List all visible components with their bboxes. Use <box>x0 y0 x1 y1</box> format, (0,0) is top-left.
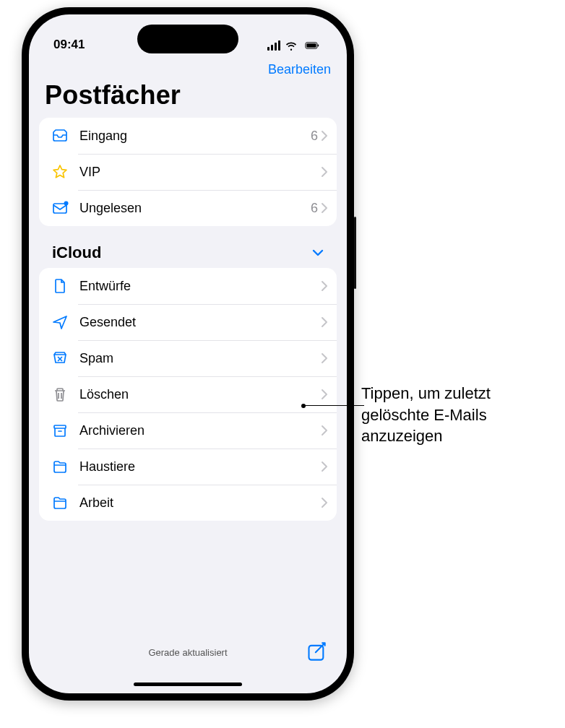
folder-icon <box>49 456 71 477</box>
section-header-icloud[interactable]: iCloud <box>39 226 337 268</box>
callout: Tippen, um zuletzt gelöschte E-Mails anz… <box>361 383 549 447</box>
folder-row-sent[interactable]: Gesendet <box>39 304 337 340</box>
row-label: Ungelesen <box>79 201 311 216</box>
mailbox-row-vip[interactable]: VIP <box>39 154 337 190</box>
sync-status: Gerade aktualisiert <box>148 647 227 658</box>
icloud-folder-list: Entwürfe Gesendet Spam <box>39 268 337 521</box>
row-label: Haustiere <box>79 459 321 474</box>
row-label: Eingang <box>79 129 311 144</box>
chevron-right-icon <box>321 461 328 472</box>
row-count: 6 <box>311 201 318 216</box>
row-label: VIP <box>79 165 318 180</box>
folder-icon <box>49 492 71 514</box>
spam-icon <box>49 347 71 369</box>
chevron-right-icon <box>321 280 328 292</box>
folder-row-drafts[interactable]: Entwürfe <box>39 268 337 304</box>
inbox-icon <box>49 125 71 147</box>
archive-icon <box>49 420 71 441</box>
page-title: Postfächer <box>29 77 347 118</box>
unread-icon <box>49 197 71 219</box>
folder-row-spam[interactable]: Spam <box>39 340 337 376</box>
chevron-right-icon <box>321 130 328 142</box>
star-icon <box>49 161 71 183</box>
folder-row-work[interactable]: Arbeit <box>39 485 337 521</box>
draft-icon <box>49 275 71 297</box>
dynamic-island <box>137 25 238 53</box>
mailbox-row-inbox[interactable]: Eingang 6 <box>39 118 337 154</box>
cellular-signal-icon <box>267 40 280 51</box>
callout-leader-line <box>303 405 364 406</box>
folder-row-pets[interactable]: Haustiere <box>39 448 337 485</box>
row-label: Spam <box>79 351 321 366</box>
edit-button[interactable]: Bearbeiten <box>268 62 331 77</box>
chevron-right-icon <box>321 202 328 214</box>
screen: 09:41 Bearbeiten Postfächer Eingang 6 <box>29 14 347 693</box>
chevron-down-icon[interactable] <box>312 248 324 257</box>
favorites-list: Eingang 6 VIP Ungelesen 6 <box>39 118 337 226</box>
nav-bar: Bearbeiten <box>29 56 347 77</box>
compose-button[interactable] <box>306 641 327 662</box>
row-label: Arbeit <box>79 495 321 511</box>
row-label: Entwürfe <box>79 279 321 294</box>
chevron-right-icon <box>321 352 328 364</box>
row-label: Löschen <box>79 387 321 402</box>
chevron-right-icon <box>321 166 328 178</box>
row-label: Archivieren <box>79 423 321 438</box>
wifi-icon <box>285 39 298 52</box>
battery-icon <box>302 40 322 51</box>
callout-text: Tippen, um zuletzt gelöschte E-Mails anz… <box>361 383 549 447</box>
phone-frame: 09:41 Bearbeiten Postfächer Eingang 6 <box>22 7 354 701</box>
trash-icon <box>49 384 71 405</box>
folder-row-trash[interactable]: Löschen <box>39 376 337 412</box>
sent-icon <box>49 311 71 333</box>
chevron-right-icon <box>321 316 328 328</box>
row-count: 6 <box>311 129 318 144</box>
chevron-right-icon <box>321 389 328 400</box>
row-label: Gesendet <box>79 315 321 330</box>
mailbox-row-unread[interactable]: Ungelesen 6 <box>39 190 337 226</box>
chevron-right-icon <box>321 425 328 436</box>
section-title: iCloud <box>52 243 101 262</box>
home-indicator[interactable] <box>134 682 242 686</box>
chevron-right-icon <box>321 497 328 508</box>
folder-row-archive[interactable]: Archivieren <box>39 412 337 448</box>
status-time: 09:41 <box>53 38 85 52</box>
